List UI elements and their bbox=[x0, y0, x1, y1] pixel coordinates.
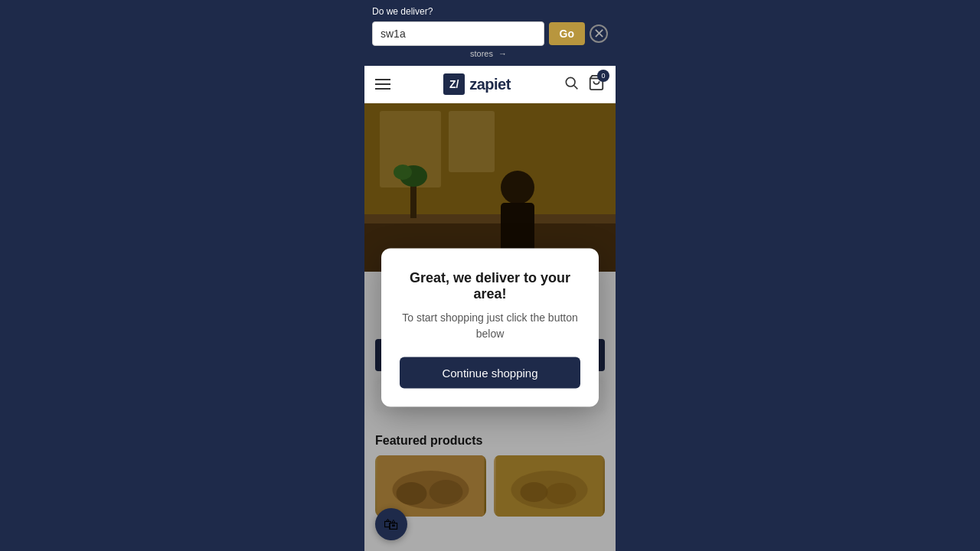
delivery-bar-title: Do we deliver? bbox=[372, 6, 608, 17]
svg-line-1 bbox=[574, 85, 578, 89]
hamburger-menu-icon[interactable] bbox=[375, 79, 390, 90]
delivery-bar: Do we deliver? Go ✕ stores → bbox=[364, 0, 616, 66]
close-delivery-button[interactable]: ✕ bbox=[590, 24, 608, 43]
phone-wrapper: Do we deliver? Go ✕ stores → Z/ zapiet bbox=[364, 0, 616, 551]
delivery-input[interactable] bbox=[372, 21, 544, 46]
modal-title: Great, we deliver to your area! bbox=[400, 269, 580, 302]
shopify-bag-icon: 🛍 bbox=[384, 516, 399, 533]
modal-subtitle: To start shopping just click the button … bbox=[400, 309, 580, 341]
site-header: Z/ zapiet 0 bbox=[364, 66, 616, 103]
svg-point-0 bbox=[566, 77, 575, 86]
shopify-badge[interactable]: 🛍 bbox=[375, 508, 407, 540]
delivery-success-modal: Great, we deliver to your area! To start… bbox=[381, 248, 599, 406]
continue-shopping-button[interactable]: Continue shopping bbox=[400, 357, 580, 388]
delivery-input-row: Go ✕ bbox=[372, 21, 608, 46]
logo-area[interactable]: Z/ zapiet bbox=[443, 73, 511, 95]
search-button[interactable] bbox=[564, 75, 579, 94]
logo-box-letter: Z/ bbox=[449, 78, 459, 90]
page-content: Great, we deliver to your area! To start… bbox=[364, 103, 616, 551]
stores-link[interactable]: stores → bbox=[372, 46, 608, 60]
logo-text: zapiet bbox=[469, 76, 511, 93]
go-button[interactable]: Go bbox=[549, 22, 585, 45]
cart-button[interactable]: 0 bbox=[588, 74, 605, 95]
logo-box: Z/ bbox=[443, 73, 465, 95]
header-icons: 0 bbox=[564, 74, 605, 95]
cart-badge: 0 bbox=[597, 70, 609, 82]
